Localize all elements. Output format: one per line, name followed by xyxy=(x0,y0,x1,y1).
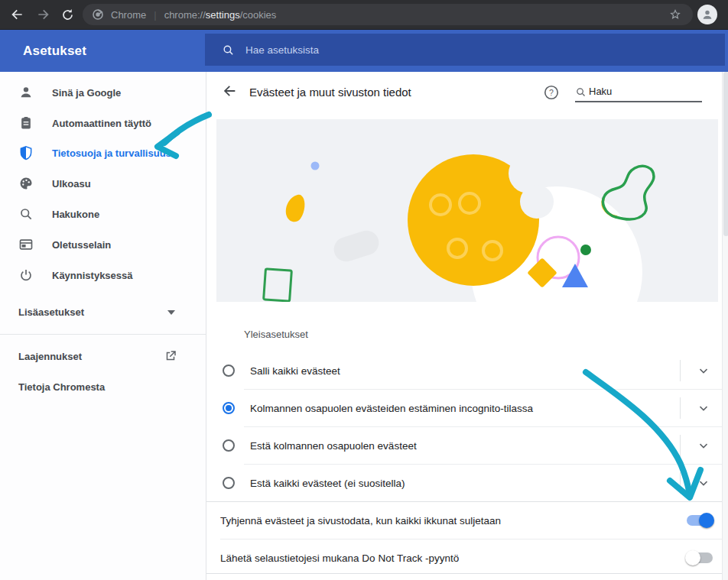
back-arrow-icon xyxy=(9,7,24,22)
section-title: Yleisasetukset xyxy=(244,329,308,340)
radio-row-allow-all-cookies[interactable]: Salli kaikki evästeet xyxy=(206,352,723,389)
settings-title: Asetukset xyxy=(23,30,86,72)
settings-search-placeholder: Hae asetuksista xyxy=(245,44,319,56)
browser-toolbar: Chrome | chrome://settings/cookies xyxy=(0,0,728,30)
row-separator xyxy=(680,397,681,419)
search-icon xyxy=(575,86,587,98)
cookies-settings-page: Evästeet ja muut sivuston tiedot ? Haku xyxy=(206,72,723,580)
sidebar-item-search-engine[interactable]: Hakukone xyxy=(0,199,206,229)
toggle-row-clear-on-exit[interactable]: Tyhjennä evästeet ja sivustodata, kun ka… xyxy=(206,502,723,539)
page-header: Evästeet ja muut sivuston tiedot ? Haku xyxy=(206,72,723,115)
chevron-down-icon[interactable] xyxy=(697,439,710,452)
profile-avatar-button[interactable] xyxy=(697,5,717,24)
row-separator xyxy=(680,360,681,381)
bottom-divider xyxy=(206,573,723,574)
power-icon xyxy=(18,267,34,283)
person-icon xyxy=(18,85,34,100)
url-host: settings xyxy=(206,9,240,21)
settings-search-input[interactable]: Hae asetuksista xyxy=(205,34,725,66)
sidebar-item-label: Tietoja Chromesta xyxy=(18,381,105,393)
forward-button[interactable] xyxy=(34,5,53,24)
url-scheme: chrome:// xyxy=(164,9,206,21)
page-title: Evästeet ja muut sivuston tiedot xyxy=(249,86,411,99)
sidebar-item-label: Laajennukset xyxy=(18,351,82,362)
do-not-track-toggle-off[interactable] xyxy=(687,552,713,563)
sidebar-item-label: Ulkoasu xyxy=(52,178,91,190)
radio-label: Estä kaikki evästeet (ei suositella) xyxy=(250,478,405,489)
sidebar-item-label: Automaattinen täyttö xyxy=(52,118,151,129)
toggle-label: Lähetä selaustietojesi mukana Do Not Tra… xyxy=(220,552,459,564)
radio-row-block-third-party[interactable]: Estä kolmannen osapuolen evästeet xyxy=(206,427,723,464)
address-bar[interactable]: Chrome | chrome://settings/cookies xyxy=(83,4,693,25)
help-icon[interactable]: ? xyxy=(543,84,560,101)
radio-label: Estä kolmannen osapuolen evästeet xyxy=(250,440,417,452)
cookies-illustration xyxy=(216,119,718,302)
svg-text:?: ? xyxy=(549,88,554,97)
toggle-row-do-not-track[interactable]: Lähetä selaustietojesi mukana Do Not Tra… xyxy=(206,539,723,576)
back-button[interactable] xyxy=(8,5,26,24)
sidebar-item-on-startup[interactable]: Käynnistyksessä xyxy=(0,260,206,290)
sidebar-item-label: Hakukone xyxy=(52,209,99,220)
toggle-knob xyxy=(699,513,714,528)
sidebar-item-you-and-google[interactable]: Sinä ja Google xyxy=(0,77,206,108)
address-bar-separator: | xyxy=(154,9,156,21)
clear-cookies-toggle-on[interactable] xyxy=(687,515,713,526)
autofill-icon xyxy=(18,115,34,131)
radio-label: Kolmannen osapuolen evästeiden estäminen… xyxy=(250,403,533,414)
chrome-settings-window: Chrome | chrome://settings/cookies Asetu… xyxy=(0,0,728,580)
sidebar-item-autofill[interactable]: Automaattinen täyttö xyxy=(0,108,206,138)
sidebar-item-label: Lisäasetukset xyxy=(18,306,84,318)
radio-button[interactable] xyxy=(223,439,235,452)
scrollbar-thumb[interactable] xyxy=(723,72,728,236)
url-text: chrome://settings/cookies xyxy=(164,9,277,21)
forward-arrow-icon xyxy=(36,7,51,22)
radio-button[interactable] xyxy=(223,365,235,377)
sidebar-item-default-browser[interactable]: Oletusselain xyxy=(0,229,206,260)
sidebar-item-advanced[interactable]: Lisäasetukset xyxy=(0,296,206,327)
palette-icon xyxy=(18,176,34,191)
browser-icon xyxy=(18,237,34,252)
settings-header: Asetukset Hae asetuksista xyxy=(0,30,728,72)
external-link-icon xyxy=(164,349,177,363)
sidebar-item-extensions[interactable]: Laajennukset xyxy=(0,341,206,371)
chevron-down-icon[interactable] xyxy=(697,364,710,377)
scrollbar[interactable] xyxy=(722,72,728,580)
chevron-down-icon xyxy=(167,310,175,315)
toggle-label: Tyhjennä evästeet ja sivustodata, kun ka… xyxy=(220,515,501,527)
address-bar-product-label: Chrome xyxy=(111,9,146,21)
sidebar-item-label: Oletusselain xyxy=(52,239,111,251)
radio-button-selected[interactable] xyxy=(223,402,235,414)
shield-icon xyxy=(18,145,34,160)
bookmark-star-icon[interactable] xyxy=(668,8,682,21)
page-search-value: Haku xyxy=(589,86,612,97)
sidebar-item-about-chrome[interactable]: Tietoja Chromesta xyxy=(0,371,206,402)
page-back-button[interactable] xyxy=(221,83,238,99)
chevron-down-icon[interactable] xyxy=(697,401,710,415)
sidebar-item-label: Sinä ja Google xyxy=(52,87,121,99)
url-path: /cookies xyxy=(240,9,277,21)
sidebar-divider xyxy=(0,334,206,335)
reload-icon xyxy=(60,8,75,22)
search-underline xyxy=(575,101,702,102)
toggle-knob xyxy=(685,550,700,565)
sidebar-item-appearance[interactable]: Ulkoasu xyxy=(0,168,206,199)
row-separator xyxy=(680,435,681,456)
chrome-logo-icon xyxy=(92,8,104,21)
person-avatar-icon xyxy=(700,8,714,21)
radio-row-block-third-party-incognito[interactable]: Kolmannen osapuolen evästeiden estäminen… xyxy=(206,390,723,426)
sidebar-item-label: Käynnistyksessä xyxy=(52,270,133,281)
sidebar-item-privacy-and-security[interactable]: Tietosuoja ja turvallisuus xyxy=(0,138,206,168)
sidebar-item-label: Tietosuoja ja turvallisuus xyxy=(52,147,171,159)
search-icon xyxy=(18,206,34,222)
row-separator xyxy=(680,472,681,494)
radio-label: Salli kaikki evästeet xyxy=(250,365,340,377)
radio-row-block-all-cookies[interactable]: Estä kaikki evästeet (ei suositella) xyxy=(206,465,723,501)
chevron-down-icon[interactable] xyxy=(697,476,710,490)
search-icon xyxy=(222,44,235,57)
back-arrow-icon xyxy=(221,83,238,99)
reload-button[interactable] xyxy=(58,5,76,24)
radio-button[interactable] xyxy=(223,477,235,489)
settings-sidebar: Sinä ja Google Automaattinen täyttö Tiet… xyxy=(0,72,206,580)
